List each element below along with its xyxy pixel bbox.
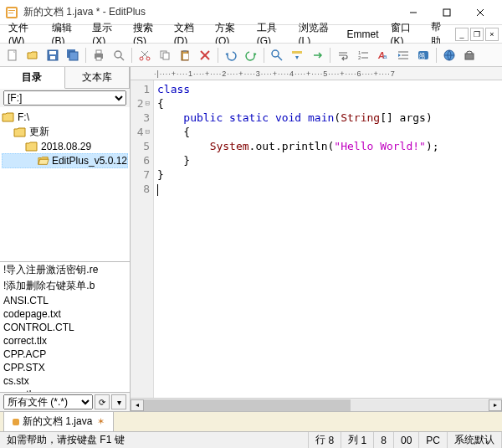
modified-indicator-icon [13, 419, 19, 425]
svg-rect-11 [50, 56, 55, 59]
file-filter-select[interactable]: 所有文件 (*.*) [3, 394, 93, 409]
open-file-button[interactable] [23, 46, 42, 64]
svg-text:CD: CD [419, 55, 426, 60]
copy-button[interactable] [156, 46, 174, 64]
redo-button[interactable] [242, 46, 260, 64]
list-item[interactable]: CONTROL.CTL [0, 321, 130, 334]
svg-point-19 [140, 57, 143, 60]
svg-text:2: 2 [358, 55, 361, 60]
list-item[interactable]: correct.tlx [0, 334, 130, 348]
status-col: 列 1 [341, 432, 374, 448]
document-tab-label: 新的文档 1.java [23, 415, 92, 429]
folder-tree[interactable]: F:\ 更新 2018.08.29 EditPlus_v5.0.12 [0, 107, 130, 261]
status-encoding: 系统默认 [448, 432, 502, 448]
list-item[interactable]: !导入注册激活密钥.re [0, 262, 130, 278]
svg-rect-26 [183, 50, 187, 52]
svg-rect-16 [96, 57, 101, 60]
folder-icon [13, 126, 27, 138]
ruler: ·|····+····1····+····2····+····3····+···… [131, 67, 502, 80]
app-icon [5, 6, 18, 19]
svg-line-22 [141, 51, 147, 57]
svg-rect-3 [8, 13, 13, 13]
svg-rect-5 [443, 9, 450, 16]
menu-emmet[interactable]: Emmet [341, 27, 383, 42]
save-all-button[interactable] [64, 46, 82, 64]
list-item[interactable]: CPP.ACP [0, 348, 130, 361]
new-file-button[interactable] [3, 46, 22, 64]
side-panel: 目录 文本库 [F:] F:\ 更新 2018.08.29 EditPlus_v… [0, 67, 131, 411]
close-button[interactable] [464, 1, 497, 24]
list-item[interactable]: cs.stx [0, 374, 130, 388]
tree-folder-update[interactable]: 更新 [2, 124, 128, 140]
find-next-button[interactable] [288, 46, 306, 64]
status-mode: PC [419, 432, 448, 448]
list-item[interactable]: codepage.txt [0, 307, 130, 321]
folder-icon [25, 141, 38, 152]
svg-line-18 [120, 57, 124, 60]
menu-bar: 文件(W) 编辑(B) 显示(X) 搜索(S) 文档(D) 方案(O) 工具(G… [0, 25, 502, 44]
mdi-restore-button[interactable]: ❐ [470, 28, 484, 41]
refresh-button[interactable]: ⟳ [95, 394, 110, 409]
filter-menu-button[interactable]: ▾ [111, 394, 126, 409]
svg-rect-10 [49, 51, 56, 54]
code-content[interactable]: class{ public static void main(String[] … [154, 80, 502, 398]
svg-line-31 [278, 56, 282, 60]
status-num2: 00 [394, 432, 419, 448]
status-line: 行 8 [309, 432, 341, 448]
window-title: 新的文档 1.java * - EditPlus [23, 5, 397, 19]
main-area: 目录 文本库 [F:] F:\ 更新 2018.08.29 EditPlus_v… [0, 67, 502, 411]
toolbar: 12 Aa ABCD [0, 44, 502, 67]
print-preview-button[interactable] [110, 46, 128, 64]
list-item[interactable]: CPP.STX [0, 361, 130, 374]
config-button[interactable] [460, 46, 479, 64]
status-num1: 8 [374, 432, 394, 448]
list-item[interactable]: ANSI.CTL [0, 294, 130, 307]
folder-icon [2, 111, 15, 123]
code-area[interactable]: 1 2⊟ 3 4⊟ 5 6 7 8 class{ public static v… [131, 80, 502, 398]
find-button[interactable] [268, 46, 286, 64]
status-help: 如需帮助，请按键盘 F1 键 [0, 432, 309, 448]
tab-directory[interactable]: 目录 [0, 67, 65, 89]
wordwrap-button[interactable] [334, 46, 352, 64]
document-tab[interactable]: 新的文档 1.java ✶ [3, 411, 114, 431]
svg-rect-13 [69, 52, 78, 60]
scroll-thumb[interactable] [144, 399, 351, 411]
svg-rect-2 [8, 10, 15, 11]
scroll-left-button[interactable]: ◂ [131, 399, 144, 411]
drive-select[interactable]: [F:] [3, 90, 126, 106]
svg-rect-46 [465, 54, 474, 59]
print-button[interactable] [90, 46, 108, 64]
line-gutter: 1 2⊟ 3 4⊟ 5 6 7 8 [131, 80, 154, 398]
text-caret [157, 184, 158, 196]
tab-state-icon: ✶ [97, 416, 105, 427]
delete-button[interactable] [196, 46, 214, 64]
indent-button[interactable] [394, 46, 412, 64]
mdi-close-button[interactable]: × [485, 28, 499, 41]
svg-point-17 [115, 51, 121, 58]
svg-rect-27 [183, 54, 188, 59]
horizontal-scrollbar[interactable]: ◂ ▸ [131, 398, 502, 411]
goto-button[interactable] [308, 46, 326, 64]
svg-rect-32 [292, 51, 302, 54]
save-button[interactable] [44, 46, 62, 64]
tree-folder-editplus[interactable]: EditPlus_v5.0.12 [2, 153, 128, 168]
list-item[interactable]: !添加删除右键菜单.b [0, 278, 130, 294]
undo-button[interactable] [222, 46, 240, 64]
file-list[interactable]: !导入注册激活密钥.re !添加删除右键菜单.b ANSI.CTL codepa… [0, 261, 130, 392]
tab-cliptext[interactable]: 文本库 [65, 67, 131, 88]
browser-button[interactable] [440, 46, 458, 64]
svg-point-20 [146, 57, 150, 60]
status-bar: 如需帮助，请按键盘 F1 键 行 8 列 1 8 00 PC 系统默认 [0, 431, 502, 448]
scroll-right-button[interactable]: ▸ [489, 399, 502, 411]
cut-button[interactable] [136, 46, 154, 64]
paste-button[interactable] [176, 46, 194, 64]
svg-rect-24 [163, 53, 169, 59]
format-text-button[interactable]: Aa [374, 46, 392, 64]
linenumbers-button[interactable]: 12 [354, 46, 372, 64]
tree-root[interactable]: F:\ [2, 111, 128, 124]
convert-button[interactable]: ABCD [414, 46, 433, 64]
mdi-minimize-button[interactable]: _ [455, 28, 469, 41]
tree-folder-date[interactable]: 2018.08.29 [2, 140, 128, 153]
svg-point-30 [272, 50, 279, 57]
editor-pane: ·|····+····1····+····2····+····3····+···… [131, 67, 502, 411]
